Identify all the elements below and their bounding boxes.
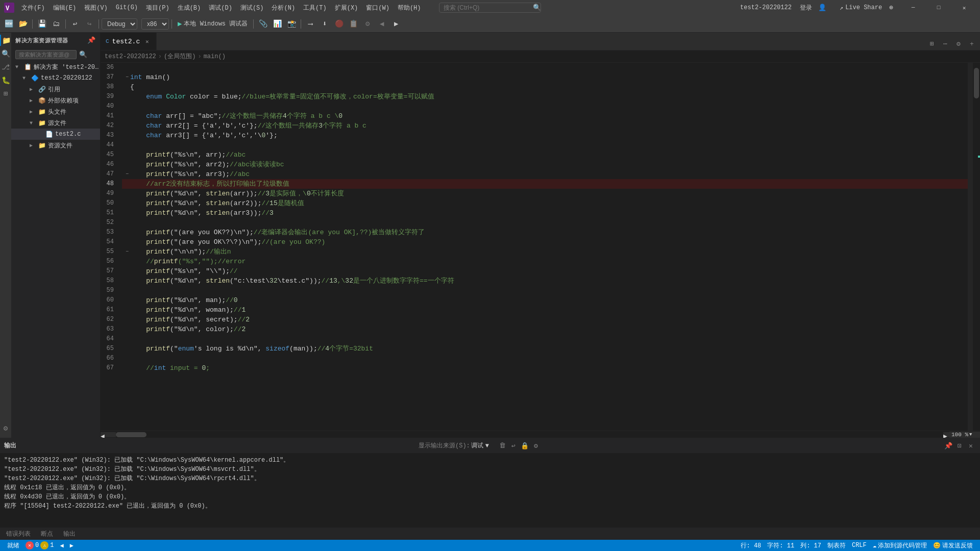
clear-output-btn[interactable]: 🗑 <box>497 441 507 451</box>
fold-indicator[interactable] <box>124 315 130 324</box>
menu-file[interactable]: 文件(F) <box>17 0 49 15</box>
code-line-66[interactable] <box>122 354 968 363</box>
bp-settings-btn[interactable]: ⚙ <box>361 17 374 31</box>
fold-indicator[interactable]: − <box>124 72 130 82</box>
breadcrumb-function[interactable]: main() <box>204 53 226 60</box>
menu-git[interactable]: Git(G) <box>112 0 142 15</box>
output-tab[interactable]: 输出 <box>61 530 78 538</box>
editor-scrollbar[interactable] <box>973 63 980 431</box>
tab-close-btn[interactable]: ✕ <box>143 37 151 45</box>
maximize-button[interactable]: □ <box>927 0 950 15</box>
menu-project[interactable]: 项目(P) <box>142 0 174 15</box>
status-indent[interactable]: 制表符 <box>824 540 849 551</box>
platform-dropdown[interactable]: x86 <box>141 18 169 30</box>
login-button[interactable]: 登录 <box>800 4 812 12</box>
extensions-icon[interactable]: ⊞ <box>0 88 11 99</box>
code-line-64[interactable] <box>122 334 968 344</box>
debug-icon[interactable]: 🐛 <box>0 74 11 86</box>
scrollbar-track[interactable] <box>973 63 980 431</box>
fold-indicator[interactable] <box>124 218 130 228</box>
fold-indicator[interactable] <box>124 63 130 72</box>
settings-icon[interactable]: ⚙ <box>952 38 965 50</box>
undo-btn[interactable]: ↩ <box>68 17 82 31</box>
menu-view[interactable]: 视图(V) <box>80 0 112 15</box>
errors-list-tab[interactable]: 错误列表 <box>4 530 33 538</box>
debug-config-dropdown[interactable]: Debug <box>102 18 137 30</box>
fold-indicator[interactable] <box>124 150 130 160</box>
nav-fwd-btn[interactable]: ▶ <box>389 17 403 31</box>
code-line-45[interactable]: printf("%s\n", arr);//abc <box>122 150 968 160</box>
minimize-button[interactable]: ─ <box>901 0 925 15</box>
fold-indicator[interactable] <box>124 324 130 334</box>
add-to-source-btn[interactable]: ☁ 添加到源代码管理 <box>870 540 930 551</box>
sidebar-search-btn[interactable]: 🔍 <box>79 50 88 59</box>
menu-tools[interactable]: 工具(T) <box>299 0 331 15</box>
settings-icon[interactable]: ⚙ <box>0 422 11 434</box>
save-all-btn[interactable]: 🗂 <box>50 17 63 31</box>
sidebar-search-input[interactable] <box>15 50 77 59</box>
code-line-49[interactable]: printf("%d\n", strlen(arr));//3是实际值，\0不计… <box>122 189 968 198</box>
status-colnum[interactable]: 列: 17 <box>797 540 824 551</box>
nav-back-btn[interactable]: ◀ <box>57 540 66 551</box>
h-scroll-right[interactable]: ▶ <box>943 432 949 437</box>
status-ready[interactable]: 就绪 <box>4 540 22 551</box>
fold-indicator[interactable]: − <box>124 169 130 179</box>
fold-indicator[interactable] <box>124 102 130 111</box>
fold-indicator[interactable] <box>124 111 130 121</box>
fold-indicator[interactable] <box>124 266 130 276</box>
code-line-39[interactable]: enum Color color = blue;//blue=枚举常量=固定值不… <box>122 92 968 102</box>
panel-close-btn[interactable]: ✕ <box>966 441 976 451</box>
code-line-53[interactable]: printf("(are you OK??)\n");//老编译器会输出(are… <box>122 228 968 237</box>
menu-extensions[interactable]: 扩展(X) <box>331 0 362 15</box>
code-line-48[interactable]: //arr2没有结束标志，所以打印输出了垃圾数值 <box>122 179 968 189</box>
code-line-58[interactable]: printf("%d\n", strlen("c:\test\32\test.c… <box>122 276 968 286</box>
fold-indicator[interactable] <box>124 363 130 373</box>
tree-solution[interactable]: ▼ 📋 解决方案 'test2-202…' <box>11 61 100 72</box>
scrollbar-thumb[interactable] <box>974 68 979 98</box>
nav-back-btn[interactable]: ◀ <box>375 17 388 31</box>
lock-scroll-btn[interactable]: 🔒 <box>520 441 530 451</box>
code-line-62[interactable]: printf("%d\n", secret);//2 <box>122 315 968 324</box>
nav-fwd-btn[interactable]: ▶ <box>67 540 77 551</box>
h-scroll-track[interactable] <box>116 432 943 437</box>
save-btn[interactable]: 💾 <box>35 17 48 31</box>
code-line-57[interactable]: printf("%s\n", "\\");// <box>122 266 968 276</box>
search-icon[interactable]: 🔍 <box>0 48 11 59</box>
fold-indicator[interactable] <box>124 189 130 198</box>
breadcrumb-project[interactable]: test2-20220122 <box>105 53 156 60</box>
menu-help[interactable]: 帮助(H) <box>394 0 425 15</box>
title-search-input[interactable] <box>439 3 541 13</box>
tab-test2c[interactable]: C test2.c ✕ <box>101 33 157 50</box>
code-content[interactable]: −int main(){ enum Color color = blue;//b… <box>122 63 968 431</box>
h-scroll-left[interactable]: ◀ <box>101 432 116 437</box>
fold-indicator[interactable] <box>124 121 130 131</box>
bp-list-btn[interactable]: 📋 <box>347 17 360 31</box>
menu-window[interactable]: 窗口(W) <box>362 0 394 15</box>
code-line-67[interactable]: //int input = 0; <box>122 363 968 373</box>
code-line-43[interactable]: char arr3[] = {'a','b','c','\0'}; <box>122 131 968 140</box>
git-icon[interactable]: ⎇ <box>0 61 11 72</box>
explorer-icon[interactable]: 📁 <box>0 35 11 46</box>
code-line-54[interactable]: printf("(are you OK\?\?)\n");//(are you … <box>122 237 968 247</box>
fold-indicator[interactable] <box>124 344 130 354</box>
fold-indicator[interactable] <box>124 208 130 218</box>
code-line-38[interactable]: { <box>122 82 968 92</box>
fold-indicator[interactable] <box>124 179 130 189</box>
code-line-55[interactable]: − printf("\n\n");//输出n <box>122 247 968 257</box>
fold-indicator[interactable] <box>124 257 130 266</box>
fold-indicator[interactable] <box>124 354 130 363</box>
breadcrumb-scope[interactable]: (全局范围) <box>164 52 195 61</box>
perf-btn[interactable]: 📊 <box>271 17 284 31</box>
fold-indicator[interactable] <box>124 131 130 140</box>
code-line-40[interactable] <box>122 102 968 111</box>
screenshot-btn[interactable]: 📸 <box>285 17 298 31</box>
toggle-word-wrap-btn[interactable]: ↩ <box>508 441 519 451</box>
code-line-47[interactable]: − printf("%s\n", arr3);//abc <box>122 169 968 179</box>
menu-edit[interactable]: 编辑(E) <box>49 0 81 15</box>
output-settings-btn[interactable]: ⚙ <box>531 441 541 451</box>
tree-resources[interactable]: ▶ 📁 资源文件 <box>11 140 100 151</box>
code-line-59[interactable] <box>122 286 968 295</box>
tree-external-deps[interactable]: ▶ 📦 外部依赖项 <box>11 95 100 106</box>
status-lineending[interactable]: CRLF <box>849 540 870 551</box>
live-share-button[interactable]: ↗ Live Share <box>835 3 887 13</box>
